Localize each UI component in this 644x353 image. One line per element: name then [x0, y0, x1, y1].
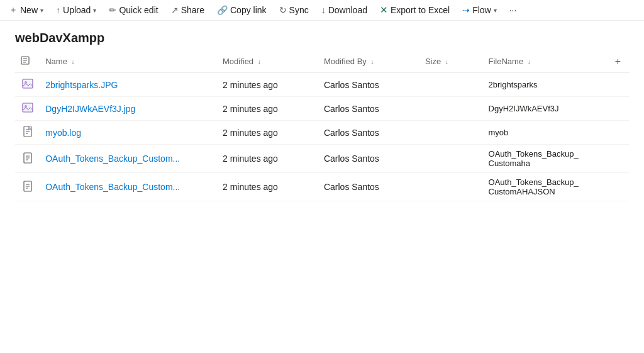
- share-label: Share: [181, 5, 204, 15]
- th-modifiedby-label: Modified By: [324, 57, 367, 66]
- file-icon-cell: [15, 173, 40, 201]
- table-row: 2brightsparks.JPG 2 minutes ago Carlos S…: [15, 73, 629, 97]
- upload-label: Upload: [63, 5, 91, 15]
- file-table-container: Name ↓ Modified ↓ Modified By ↓ Size ↓ F…: [0, 50, 644, 201]
- more-button[interactable]: ···: [503, 0, 523, 21]
- toolbar: ＋ New ▾ ↑ Upload ▾ ✏ Quick edit ↗ Share …: [0, 0, 644, 21]
- th-name-sort-icon: ↓: [72, 59, 75, 65]
- doc-file-icon: [21, 180, 34, 193]
- sync-button[interactable]: ↻ Sync: [273, 0, 315, 21]
- more-label: ···: [509, 5, 517, 15]
- new-icon: ＋: [9, 4, 18, 16]
- page-title: webDavXampp: [15, 31, 629, 45]
- exportexcel-label: Export to Excel: [391, 5, 450, 15]
- link-icon: 🔗: [217, 5, 228, 15]
- file-icon-cell: [15, 73, 40, 97]
- file-modified-cell: 2 minutes ago: [218, 97, 319, 121]
- file-name-link[interactable]: OAuth_Tokens_Backup_Custom...: [45, 154, 180, 164]
- file-modifiedby-cell: Carlos Santos: [319, 173, 420, 201]
- upload-chevron-icon: ▾: [93, 7, 96, 14]
- file-filename-cell: 2brightsparks: [484, 73, 610, 97]
- th-icon: [15, 50, 40, 73]
- new-chevron-icon: ▾: [40, 7, 43, 14]
- log-file-icon: [21, 125, 34, 138]
- th-modified-sort-icon: ↓: [258, 59, 261, 65]
- file-size-cell: [420, 173, 484, 201]
- upload-icon: ↑: [56, 5, 60, 15]
- file-modified-cell: 2 minutes ago: [218, 73, 319, 97]
- table-row: DgyH2IJWkAEVf3J.jpg 2 minutes ago Carlos…: [15, 97, 629, 121]
- th-size-label: Size: [425, 57, 441, 66]
- table-row: myob.log 2 minutes ago Carlos Santos myo…: [15, 121, 629, 145]
- file-filename-cell: OAuth_Tokens_Backup_Customaha: [484, 145, 610, 173]
- new-button[interactable]: ＋ New ▾: [3, 0, 50, 21]
- sync-icon: ↻: [279, 5, 287, 15]
- th-filename-label: FileName: [489, 57, 524, 66]
- file-filename-cell: myob: [484, 121, 610, 145]
- th-filename-sort-icon: ↓: [528, 59, 531, 65]
- th-modifiedby[interactable]: Modified By ↓: [319, 50, 420, 73]
- table-row: OAuth_Tokens_Backup_Custom... 2 minutes …: [15, 173, 629, 201]
- file-name-cell: DgyH2IJWkAEVf3J.jpg: [40, 97, 218, 121]
- file-modifiedby-cell: Carlos Santos: [319, 121, 420, 145]
- file-size-cell: [420, 73, 484, 97]
- upload-button[interactable]: ↑ Upload ▾: [50, 0, 103, 21]
- file-add-cell: [610, 97, 629, 121]
- doc-file-icon: [21, 152, 34, 164]
- th-modified[interactable]: Modified ↓: [218, 50, 319, 73]
- image-file-icon: [21, 101, 34, 114]
- file-size-cell: [420, 145, 484, 173]
- exportexcel-button[interactable]: ✕ Export to Excel: [374, 0, 456, 21]
- file-size-cell: [420, 121, 484, 145]
- th-modifiedby-sort-icon: ↓: [370, 59, 374, 65]
- table-row: OAuth_Tokens_Backup_Custom... 2 minutes …: [15, 145, 629, 173]
- file-modified-cell: 2 minutes ago: [218, 173, 319, 201]
- file-filename-cell: DgyH2IJWkAEVf3J: [484, 97, 610, 121]
- file-table-body: 2brightsparks.JPG 2 minutes ago Carlos S…: [15, 73, 629, 201]
- flow-chevron-icon: ▾: [494, 7, 497, 14]
- download-label: Download: [328, 5, 367, 15]
- download-button[interactable]: ↓ Download: [315, 0, 374, 21]
- file-modifiedby-cell: Carlos Santos: [319, 145, 420, 173]
- sync-label: Sync: [289, 5, 309, 15]
- th-add[interactable]: +: [610, 50, 629, 73]
- excel-icon: ✕: [380, 4, 388, 16]
- file-add-cell: [610, 73, 629, 97]
- th-modified-label: Modified: [223, 57, 253, 66]
- file-icon-cell: [15, 145, 40, 173]
- file-size-cell: [420, 97, 484, 121]
- file-modifiedby-cell: Carlos Santos: [319, 73, 420, 97]
- new-label: New: [20, 5, 38, 15]
- flow-button[interactable]: ⇢ Flow ▾: [456, 0, 503, 21]
- image-file-icon: [21, 77, 34, 90]
- file-icon-cell: [15, 121, 40, 145]
- file-name-link[interactable]: myob.log: [45, 128, 81, 138]
- svg-rect-4: [23, 79, 33, 88]
- quickedit-button[interactable]: ✏ Quick edit: [103, 0, 164, 21]
- flow-label: Flow: [472, 5, 491, 15]
- file-name-cell: myob.log: [40, 121, 218, 145]
- file-add-cell: [610, 145, 629, 173]
- file-modified-cell: 2 minutes ago: [218, 121, 319, 145]
- th-size-sort-icon: ↓: [445, 59, 448, 65]
- file-modified-cell: 2 minutes ago: [218, 145, 319, 173]
- flow-icon: ⇢: [462, 5, 470, 15]
- share-button[interactable]: ↗ Share: [165, 0, 211, 21]
- th-filename[interactable]: FileName ↓: [484, 50, 610, 73]
- svg-rect-6: [23, 103, 33, 112]
- copylink-label: Copy link: [230, 5, 267, 15]
- th-name[interactable]: Name ↓: [40, 50, 218, 73]
- copylink-button[interactable]: 🔗 Copy link: [211, 0, 273, 21]
- file-filename-cell: OAuth_Tokens_Backup_CustomAHAJSON: [484, 173, 610, 201]
- file-add-cell: [610, 173, 629, 201]
- file-icon-cell: [15, 97, 40, 121]
- th-size[interactable]: Size ↓: [420, 50, 484, 73]
- quickedit-label: Quick edit: [119, 5, 158, 15]
- file-name-cell: 2brightsparks.JPG: [40, 73, 218, 97]
- file-name-link[interactable]: OAuth_Tokens_Backup_Custom...: [45, 182, 180, 192]
- file-modifiedby-cell: Carlos Santos: [319, 97, 420, 121]
- file-table: Name ↓ Modified ↓ Modified By ↓ Size ↓ F…: [15, 50, 629, 201]
- file-name-link[interactable]: DgyH2IJWkAEVf3J.jpg: [45, 104, 135, 114]
- th-name-label: Name: [45, 57, 67, 66]
- file-name-link[interactable]: 2brightsparks.JPG: [45, 80, 118, 90]
